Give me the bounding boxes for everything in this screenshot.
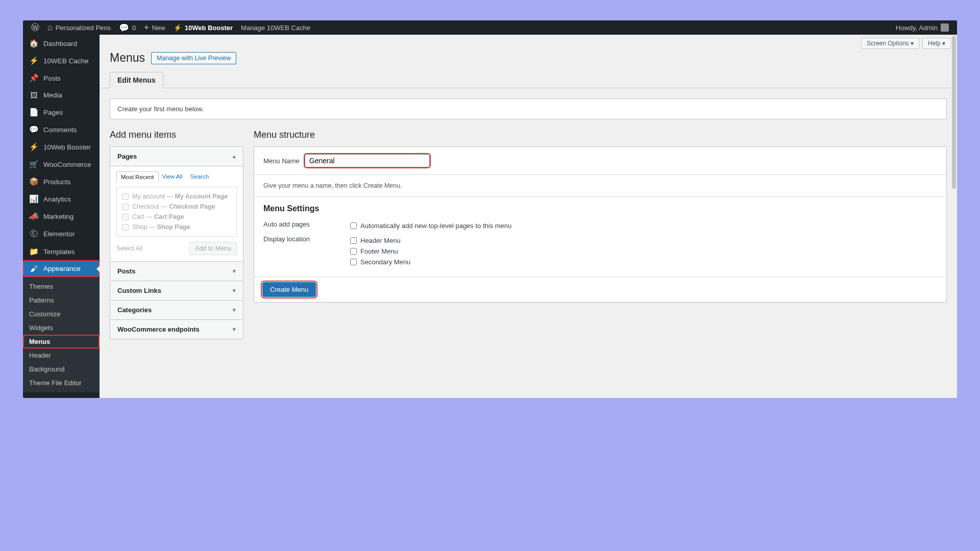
sidebar-item-posts[interactable]: 📌Posts (23, 69, 100, 87)
comments-number: 0 (132, 24, 136, 32)
caret-down-icon: ▾ (233, 307, 236, 313)
caret-up-icon: ▴ (233, 153, 236, 160)
submenu-themes[interactable]: Themes (23, 280, 100, 293)
main-content: Screen Options ▾ Help ▾ Menus Manage wit… (100, 35, 957, 398)
submenu-theme-file-editor[interactable]: Theme File Editor (23, 376, 100, 390)
sidebar-item-comments[interactable]: 💬Comments (23, 121, 100, 138)
accordion-pages[interactable]: Pages▴ (110, 147, 243, 166)
page-checkbox[interactable] (122, 224, 129, 231)
sidebar-icon: 📌 (29, 73, 38, 83)
page-item[interactable]: Checkout — Checkout Page (122, 202, 231, 212)
add-to-menu-button[interactable]: Add to Menu (189, 242, 237, 255)
menu-settings-heading: Menu Settings (263, 204, 937, 213)
scrollbar[interactable] (951, 35, 957, 398)
cache-link[interactable]: Manage 10WEB Cache (237, 20, 314, 35)
sidebar-item-pages[interactable]: 📄Pages (23, 104, 100, 121)
auto-add-checkbox-row[interactable]: Automatically add new top-level pages to… (350, 220, 511, 231)
info-notice: Create your first menu below. (110, 98, 947, 119)
sidebar-item-appearance[interactable]: 🖌Appearance (23, 260, 100, 277)
sidebar-item-woocommerce[interactable]: 🛒WooCommerce (23, 156, 100, 173)
tab-search[interactable]: Search (186, 171, 213, 183)
submenu-header[interactable]: Header (23, 348, 100, 362)
submenu-background[interactable]: Background (23, 362, 100, 376)
sidebar-item-analytics[interactable]: 📊Analytics (23, 190, 100, 208)
display-location-option[interactable]: Header Menu (350, 235, 410, 246)
page-item[interactable]: Shop — Shop Page (122, 222, 231, 232)
sidebar-item-media[interactable]: 🖼Media (23, 87, 100, 104)
sidebar-icon: Ⓔ (29, 229, 38, 239)
sidebar-item-elementor[interactable]: ⒺElementor (23, 225, 100, 243)
page-checkbox[interactable] (122, 214, 129, 220)
sidebar-label: Appearance (43, 265, 81, 272)
help-button[interactable]: Help ▾ (922, 38, 951, 49)
submenu-patterns[interactable]: Patterns (23, 293, 100, 307)
location-checkbox[interactable] (350, 259, 357, 265)
sidebar-icon: ⚡ (29, 56, 38, 65)
sidebar-item-products[interactable]: 📦Products (23, 173, 100, 190)
sidebar-label: Dashboard (43, 40, 77, 47)
menu-name-input[interactable] (305, 154, 430, 167)
sidebar-icon: 📣 (29, 212, 38, 221)
sidebar-icon: ⚡ (29, 142, 38, 152)
page-item[interactable]: Cart — Cart Page (122, 212, 231, 222)
create-menu-button[interactable]: Create Menu (262, 282, 316, 297)
sidebar-icon: 📦 (29, 177, 38, 186)
sidebar-item-templates[interactable]: 📁Templates (23, 243, 100, 260)
screen-options-button[interactable]: Screen Options ▾ (861, 38, 919, 49)
menu-panel: Menu Name Give your menu a name, then cl… (254, 146, 947, 303)
site-name-text: Personalized Pens (56, 24, 111, 32)
new-content[interactable]: +New (140, 20, 169, 35)
sidebar-label: Comments (43, 126, 77, 134)
accordion-posts[interactable]: Posts▾ (110, 262, 243, 281)
scrollbar-thumb[interactable] (952, 36, 956, 189)
sidebar-icon: 🏠 (29, 39, 38, 48)
sidebar-label: 10Web Booster (43, 143, 91, 151)
auto-add-label: Auto add pages (263, 220, 350, 231)
location-checkbox[interactable] (350, 237, 357, 244)
sidebar-icon: 🖼 (29, 91, 38, 99)
page-item[interactable]: My account — My Account Page (122, 191, 231, 202)
wordpress-icon: Ⓦ (31, 22, 39, 33)
booster-link[interactable]: ⚡10Web Booster (169, 20, 237, 35)
auto-add-checkbox[interactable] (350, 222, 357, 229)
submenu-customize[interactable]: Customize (23, 307, 100, 321)
tab-edit-menus[interactable]: Edit Menus (110, 72, 163, 88)
sidebar-icon: 📄 (29, 108, 38, 117)
submenu-menus[interactable]: Menus (23, 335, 100, 348)
wordpress-logo[interactable]: Ⓦ (27, 20, 43, 35)
caret-down-icon: ▾ (233, 268, 236, 274)
tab-view-all[interactable]: View All (158, 171, 187, 183)
howdy-text: Howdy, Admin (896, 24, 938, 32)
display-location-option[interactable]: Footer Menu (350, 246, 410, 257)
add-items-heading: Add menu items (110, 130, 243, 140)
sidebar-item-10web-booster[interactable]: ⚡10Web Booster (23, 138, 100, 156)
comments-count[interactable]: 💬0 (115, 20, 140, 35)
sidebar-icon: 📊 (29, 194, 38, 204)
sidebar-icon: 🛒 (29, 160, 38, 169)
accordion-categories[interactable]: Categories▾ (110, 300, 243, 320)
sidebar-item-10web-cache[interactable]: ⚡10WEB Cache (23, 52, 100, 69)
select-all-link[interactable]: Select All (116, 245, 142, 252)
new-label: New (152, 24, 165, 32)
accordion-custom-links[interactable]: Custom Links▾ (110, 281, 243, 300)
location-checkbox[interactable] (350, 248, 357, 255)
sidebar-item-dashboard[interactable]: 🏠Dashboard (23, 35, 100, 52)
site-name[interactable]: ⌂Personalized Pens (43, 20, 115, 35)
page-checkbox[interactable] (122, 204, 129, 210)
caret-down-icon: ▾ (233, 326, 236, 333)
menu-instructions: Give your menu a name, then click Create… (263, 182, 937, 189)
sidebar-label: Posts (43, 74, 61, 82)
page-checkbox[interactable] (122, 193, 129, 200)
page-title: Menus (110, 51, 145, 65)
admin-toolbar: Ⓦ ⌂Personalized Pens 💬0 +New ⚡10Web Boos… (23, 20, 957, 35)
accordion-woocommerce[interactable]: WooCommerce endpoints▾ (110, 320, 243, 339)
tab-most-recent[interactable]: Most Recent (116, 171, 159, 183)
howdy-account[interactable]: Howdy, Admin (892, 20, 953, 35)
sidebar-item-marketing[interactable]: 📣Marketing (23, 208, 100, 225)
menu-structure-heading: Menu structure (254, 130, 947, 140)
menu-name-label: Menu Name (263, 157, 300, 165)
display-location-option[interactable]: Secondary Menu (350, 257, 410, 267)
submenu-widgets[interactable]: Widgets (23, 321, 100, 335)
live-preview-button[interactable]: Manage with Live Preview (151, 52, 236, 64)
sidebar-label: Templates (43, 248, 75, 256)
